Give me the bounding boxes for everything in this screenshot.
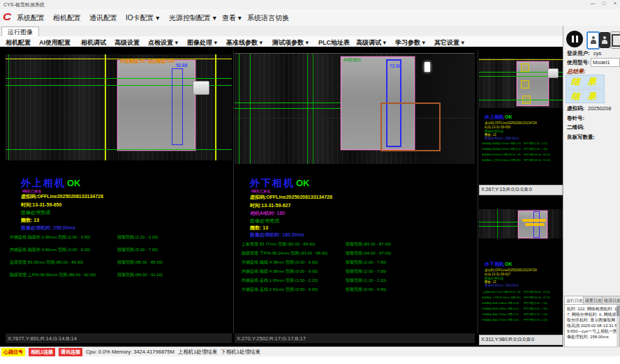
measurement: 上板宽度:83.77mm 范围:(82.00 - 88.00): [482, 291, 521, 294]
qrcode-label: 二维码:: [567, 124, 584, 131]
mini-bottom-title: 外下相机OK: [485, 261, 512, 268]
menu-language-switch[interactable]: 系统语言切换: [247, 13, 289, 23]
process-status: 图像处理完成: [21, 209, 50, 216]
alarm-range: 报警范围:(1.10 - 2.10): [346, 278, 386, 284]
alarm-range: 报警范围:(2.20 - 3.20): [117, 234, 158, 241]
cursor-coords: X:267;Y:13;R:0;G:0;B:0: [481, 187, 532, 192]
menu-camera-config[interactable]: 相机配置: [53, 13, 81, 23]
measurement: 外侧蓝线-隔膜差:2.95mm 范围:(2.00 - 3.50): [482, 142, 521, 145]
alarm-range: 报警范围:(2.00 - 7.00): [346, 259, 386, 266]
login-user-value: cys: [593, 50, 601, 56]
measurement: 蓝膜宽度:83.05mm 范围:(80.00 - 86.00): [482, 153, 521, 156]
exit-arrow-icon: →: [618, 37, 620, 43]
lower-camera-status: 下相机1处理结束: [221, 349, 260, 356]
write-count-label: 良板写数量:: [567, 134, 595, 141]
measurement: 内侧蓝线-隔膜:4.38mm 范围:(0.00 - 9.00): [242, 268, 318, 275]
model-label: 使用型号:: [567, 59, 590, 66]
left-cursor-readout: X:7677,Y:891;R:14;G:14;B:14: [6, 333, 232, 343]
process-time: 图像处理机时: 160.00ms: [485, 284, 519, 287]
alarm-range: 报警范围:(1.10 - 2.10): [524, 313, 547, 316]
process-status: 图像处理完成: [250, 218, 279, 225]
tab-run-image[interactable]: 运行图像: [1, 26, 39, 37]
result-ok-label: OK: [296, 178, 310, 188]
result-text: 结 果: [571, 91, 598, 103]
result-ok-label: OK: [505, 114, 512, 119]
alarm-range: 报警范围:(94.00 - 97.00): [524, 296, 550, 299]
green-measure-line: [235, 108, 342, 109]
capture-time: 时间:13-31-59-650: [21, 202, 61, 208]
user-icon: [590, 36, 597, 45]
alarm-range: 报警范围:(85.00 - 85.00): [524, 153, 550, 156]
window-title: CYS-视觉检测系统: [3, 1, 45, 8]
app-window: CYS-视觉检测系统 — □ × C 系统配置 相机配置 通讯配置 IO卡配置 …: [0, 0, 620, 364]
status-bar: 心跳信号 相机1连接 通讯连接 Cpu: 0.0% Memory: 3424.4…: [0, 347, 620, 356]
login-user-label: 登录用户:: [567, 50, 590, 57]
capture-time: 时间:13-31-59-627: [485, 273, 510, 276]
log-output[interactable]: 机时: 222, 网络检测机时: 17, 网络分辨机时: 0, 网络抓取分区机时…: [564, 304, 620, 347]
menu-view[interactable]: 查看 ▾: [222, 13, 242, 23]
operator-button[interactable]: [599, 32, 610, 48]
green-measure-line: [479, 222, 518, 222]
measurement: 内侧蓝线-隔膜:4.38mm 范围:(0.00 - 9.00): [482, 308, 521, 310]
login-user-button[interactable]: [586, 31, 600, 50]
virtual-code: 虚拟码:OFFLine20250208133134728: [21, 193, 103, 200]
log-scrollbar[interactable]: [617, 305, 619, 347]
menu-io-config[interactable]: IO卡配置 ▾: [126, 13, 159, 23]
mini-top-image[interactable]: [479, 58, 563, 108]
result-ok-label: OK: [67, 178, 81, 188]
result-ok-label: OK: [505, 261, 512, 266]
green-guide-line: [250, 54, 251, 164]
app-logo-icon: C: [3, 11, 11, 22]
left-camera-title: 外上相机OK: [21, 177, 81, 190]
alarm-range: 报警范围:(89.00 - 91.00): [117, 272, 163, 278]
menu-comm-config[interactable]: 通讯配置: [89, 13, 117, 23]
alarm-range: 报警范围:(2.20 - 3.20): [524, 142, 547, 145]
mini-top-title: 外上相机OK: [485, 114, 512, 121]
yellow-guide-line: [6, 59, 232, 59]
dark-region: [218, 54, 232, 160]
title-bar: CYS-视觉检测系统 — □ ×: [0, 0, 620, 10]
close-button[interactable]: ×: [610, 1, 620, 6]
exit-door-icon: →: [612, 34, 620, 47]
mini-bottom-image[interactable]: [479, 209, 563, 238]
measurement: 外侧蓝线-隔膜:4.38mm 范围:(0.00 - 9.00): [482, 302, 521, 305]
cpu-memory-readout: Cpu: 0.0% Memory: 3424.41796875M: [86, 349, 175, 355]
vcode-value: 20250208: [588, 105, 611, 112]
result-text: 结 果: [571, 76, 598, 88]
green-measure-line: [235, 103, 342, 103]
exit-button[interactable]: →: [610, 31, 620, 49]
measure-value-label: 72.88: [390, 63, 401, 68]
bottom-margin: [0, 356, 620, 364]
pause-icon: [572, 36, 574, 43]
green-measure-line: [6, 78, 232, 79]
middle-camera-image[interactable]: AI检测区 72.88: [235, 53, 475, 164]
alarm-range: 报警范围:(83.00 - 87.00): [524, 291, 550, 294]
cursor-coords: X:7677,Y:891;R:14;G:14;B:14: [8, 335, 77, 342]
blue-measure-rect: [172, 68, 183, 145]
alarm-range: 报警范围:(5.00 - 7.00): [524, 148, 547, 151]
measurement: 内侧蓝线-隔膜差:4.60mm 范围:(3.00 - 6.00): [10, 247, 90, 253]
result-box-1: 结 果: [566, 75, 605, 89]
green-measure-line: [479, 100, 563, 100]
alarm-range: 报警范围:(2.00 - 7.00): [346, 268, 386, 275]
tab-strip: 运行图像: [0, 26, 563, 37]
green-guide-line: [239, 54, 239, 164]
green-measure-line: [6, 149, 232, 150]
connector: [193, 81, 209, 95]
needle-label: 卷针号:: [567, 115, 584, 122]
measurement: 内侧蓝线-隔膜差:4.60mm 范围:(3.00 - 6.00): [482, 148, 521, 151]
green-guide-line: [307, 54, 308, 164]
process-time: 图像处理机时: 258.00ms: [485, 137, 519, 140]
mini-top-cursor-readout: X:267;Y:13;R:0;G:0;B:0: [479, 185, 563, 195]
maximize-button[interactable]: □: [599, 1, 609, 6]
capture-time: 时间:13-31-59-627: [250, 202, 290, 209]
minimize-button[interactable]: —: [588, 1, 598, 6]
menu-system-config[interactable]: 系统配置: [17, 13, 45, 23]
left-camera-image[interactable]: 灰度阈值:93, 动态阈值:100 52.88: [6, 54, 232, 160]
model-value: Model1: [593, 59, 610, 66]
capture-time: 时间:13-31-59-650: [485, 126, 510, 129]
scrollbar-thumb[interactable]: [617, 306, 619, 316]
menu-light-config[interactable]: 光源控制配置 ▾: [169, 13, 216, 23]
vcode-label: 虚拟码:: [567, 105, 584, 112]
pause-button[interactable]: [566, 31, 583, 47]
